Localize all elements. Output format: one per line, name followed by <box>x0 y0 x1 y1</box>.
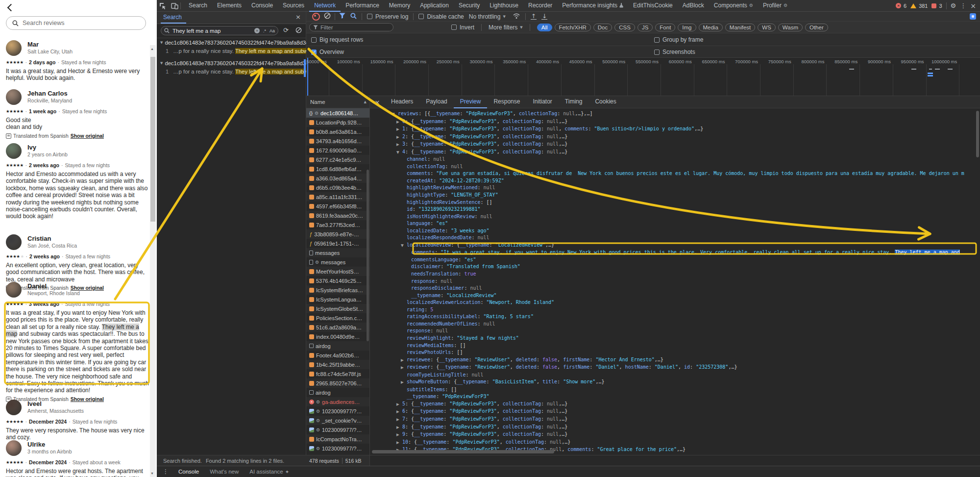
drawer-item-ai-assistance[interactable]: AI assistance✦ <box>249 469 289 475</box>
devtools-tab-performance-insights[interactable]: Performance insights <box>557 0 628 12</box>
request-row[interactable]: 1b4c.25f19abbe… <box>306 360 369 369</box>
search-network-icon[interactable] <box>350 13 357 21</box>
avatar[interactable] <box>6 89 22 105</box>
filter-pill-media[interactable]: Media <box>699 24 723 31</box>
request-row[interactable]: ƒ33b80859-e87e-… <box>306 229 369 239</box>
clear-network-log-icon[interactable] <box>324 12 331 21</box>
expand-closed-icon[interactable]: ▶ <box>396 424 402 431</box>
devtools-tab-performance[interactable]: Performance <box>341 0 384 12</box>
json-line[interactable]: roomTypeListingTitle: null <box>370 372 980 379</box>
json-line[interactable]: ▶2: {__typename: "PdpReviewForP3", colle… <box>370 133 980 141</box>
json-line[interactable]: ratingAccessibilityLabel: "Rating, 5 sta… <box>370 313 980 321</box>
json-line[interactable]: __typename: "LocalizedReview" <box>370 292 980 300</box>
json-line[interactable]: reviewMediaItems: [] <box>370 342 980 350</box>
json-line[interactable]: response: null <box>370 278 980 285</box>
devtools-search-input[interactable]: They left me a map × .* Aa <box>161 26 278 35</box>
detail-tab-cookies[interactable]: Cookies <box>588 96 622 108</box>
json-line[interactable]: responseDisclaimer: null <box>370 285 980 292</box>
filter-pill-font[interactable]: Font <box>655 24 675 31</box>
request-row[interactable]: 51c6.ad2a8609a… <box>306 323 369 332</box>
device-toolbar-icon[interactable] <box>169 0 180 11</box>
json-line[interactable]: reviewHighlight: "Stayed a few nights" <box>370 335 980 342</box>
request-row[interactable]: 7ae3.277f53ced… <box>306 220 369 229</box>
search-result-file[interactable]: ▼dec1c8061483e78373602047450322fd474e79b… <box>157 38 306 47</box>
expand-closed-icon[interactable]: ▶ <box>396 408 402 416</box>
clear-query-icon[interactable]: × <box>254 28 260 33</box>
json-line[interactable]: id: "1321890269232199881" <box>370 206 980 213</box>
json-line[interactable]: ▶0: {__typename: "PdpReviewForP3", colle… <box>370 118 980 126</box>
request-row[interactable]: IcCompactNoTra… <box>306 434 369 444</box>
devtools-tab-recorder[interactable]: Recorder <box>523 0 557 12</box>
request-row[interactable]: fc88.c74dc5e78f.js <box>306 369 369 378</box>
avatar[interactable] <box>6 440 22 456</box>
devtools-tab-memory[interactable]: Memory <box>384 0 415 12</box>
avatar[interactable] <box>6 40 22 56</box>
filter-pill-css[interactable]: CSS <box>614 24 635 31</box>
close-search-icon[interactable]: × <box>295 13 301 21</box>
avatar[interactable] <box>6 282 22 298</box>
filter-pill-all[interactable]: All <box>537 24 552 31</box>
drawer-item-what-s-new[interactable]: What's new <box>210 469 239 475</box>
clear-search-results-icon[interactable] <box>295 27 302 35</box>
json-line[interactable]: comments: "It was a great stay, if you w… <box>370 249 980 256</box>
match-case-toggle-icon[interactable]: Aa <box>270 28 275 33</box>
devtools-tab-editthiscookie[interactable]: EditThisCookie <box>628 0 678 12</box>
group-by-frame-checkbox[interactable] <box>654 37 660 43</box>
request-row[interactable]: ⚙1023009977/?… <box>306 444 369 453</box>
json-line[interactable]: ▶1: {__typename: "PdpReviewForP3", colle… <box>370 126 980 133</box>
json-line[interactable]: highlightedReviewSentence: [] <box>370 199 980 206</box>
name-column-header[interactable]: Name ▲ <box>306 96 369 108</box>
expand-closed-icon[interactable]: ▶ <box>396 134 402 141</box>
filter-pill-img[interactable]: Img <box>678 24 696 31</box>
network-overview-timeline[interactable]: 50000 ms100000 ms150000 ms200000 ms25000… <box>306 58 980 96</box>
sidebar-scrollbar-thumb[interactable] <box>150 57 155 222</box>
refresh-search-icon[interactable]: ⟳ <box>283 26 289 34</box>
requests-scrollbar-thumb[interactable] <box>367 170 369 341</box>
export-har-icon[interactable]: ↓ <box>541 14 547 20</box>
console-errors-icon[interactable]: × <box>896 3 901 8</box>
expand-closed-icon[interactable]: ▶ <box>401 379 407 386</box>
filter-funnel-icon[interactable] <box>339 13 345 20</box>
json-line[interactable]: reviewPhotoUrls: [] <box>370 349 980 356</box>
request-row[interactable]: d6b5.c09b3ee4b… <box>306 183 369 192</box>
search-result-match[interactable]: 1…p for a really nice stay. They left me… <box>157 67 306 75</box>
json-line[interactable]: ▶9: {__typename: "PdpReviewForP3", colle… <box>370 431 980 439</box>
close-detail-icon[interactable]: × <box>370 99 385 106</box>
inspect-element-icon[interactable] <box>157 0 169 11</box>
filter-pill-manifest[interactable]: Manifest <box>725 24 755 31</box>
invert-checkbox[interactable] <box>451 25 457 30</box>
json-line[interactable]: commentsLanguage: "es" <box>370 256 980 264</box>
json-line[interactable]: ▶7: {__typename: "PdpReviewForP3", colle… <box>370 416 980 424</box>
json-line[interactable]: recommendedNumberOfLines: null <box>370 321 980 328</box>
request-row[interactable]: Footer.4a902b6… <box>306 351 369 360</box>
json-line[interactable]: localizedDate: "3 weeks ago" <box>370 227 980 235</box>
json-line[interactable]: disclaimer: "Translated from Spanish" <box>370 263 980 271</box>
request-row[interactable]: ⚙1023009977/?… <box>306 425 369 434</box>
expand-closed-icon[interactable]: ▶ <box>396 126 402 133</box>
json-line[interactable]: channel: null <box>370 156 980 163</box>
request-row[interactable]: 34793.a4b1656d… <box>306 136 369 146</box>
request-row[interactable]: ⚙messages <box>306 257 369 267</box>
request-row[interactable]: 1672.6900069a0… <box>306 146 369 155</box>
request-row[interactable]: IcSystemBriefcas… <box>306 285 369 295</box>
devtools-tab-application[interactable]: Application <box>415 0 454 12</box>
detail-tab-preview[interactable]: Preview <box>454 96 488 108</box>
request-row[interactable]: IcSystemLangua… <box>306 295 369 304</box>
json-line[interactable]: ▶5: {__typename: "PdpReviewForP3", colle… <box>370 401 980 408</box>
request-row[interactable]: airdog <box>306 388 369 397</box>
search-result-file[interactable]: ▼dec1c8061483e78373602047450322fd474e79b… <box>157 59 306 67</box>
request-row[interactable]: ×⚙ga-audiences… <box>306 397 369 406</box>
json-line[interactable]: highlightReviewMentioned: null <box>370 184 980 192</box>
json-line[interactable]: isHostHighlightedReview: null <box>370 213 980 221</box>
avatar[interactable] <box>6 143 22 159</box>
detail-tab-payload[interactable]: Payload <box>419 96 453 108</box>
json-line[interactable]: ▶showMoreButton: {__typename: "BasicList… <box>370 378 980 386</box>
expand-closed-icon[interactable]: ▶ <box>396 119 402 126</box>
filter-pill-fetch-xhr[interactable]: Fetch/XHR <box>555 24 591 31</box>
json-line[interactable]: localizedRespondedDate: null <box>370 234 980 242</box>
json-line[interactable]: ▼reviews: [{__typename: "PdpReviewForP3"… <box>370 110 980 118</box>
issues-icon[interactable] <box>931 3 936 8</box>
detail-tab-response[interactable]: Response <box>487 96 526 108</box>
expand-closed-icon[interactable]: ▶ <box>396 439 402 447</box>
devtools-tab-lighthouse[interactable]: Lighthouse <box>485 0 523 12</box>
